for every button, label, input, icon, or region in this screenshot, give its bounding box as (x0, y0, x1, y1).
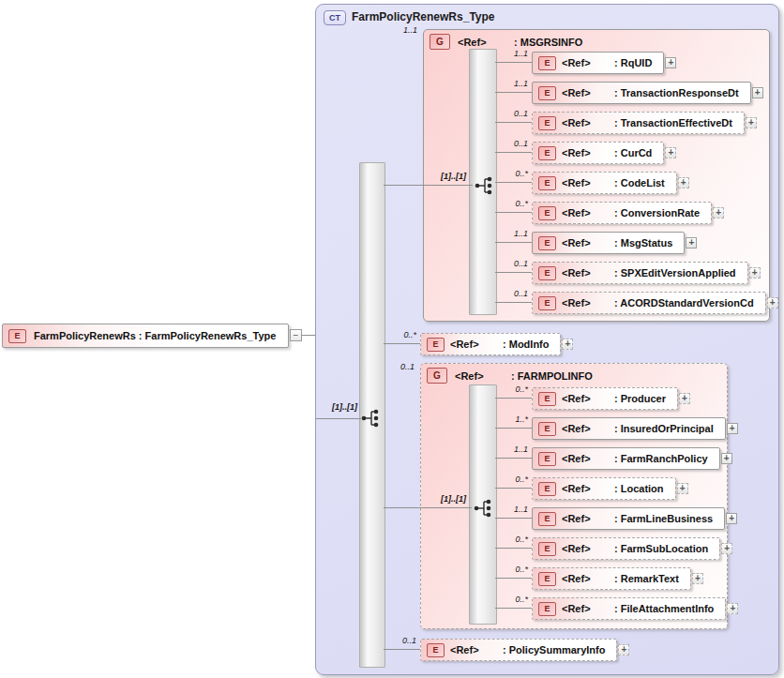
group-farmpolinfo: G <Ref> : FARMPOLINFO 0..* E < (420, 363, 728, 629)
element-box-transactionresponsedt[interactable]: E <Ref> : TransactionResponseDt + (532, 82, 751, 104)
expand-icon[interactable]: + (727, 423, 738, 434)
element-row: 1..1 E <Ref> : TransactionResponseDt + (532, 82, 751, 104)
cardinality-label: 0..1 (485, 289, 528, 298)
element-badge: E (538, 482, 556, 496)
expand-icon[interactable]: + (746, 117, 757, 128)
connector-line (495, 548, 532, 549)
element-box-remarktext[interactable]: E <Ref> : RemarkText + (532, 567, 691, 590)
element-box-acordstandardversioncd[interactable]: E <Ref> : ACORDStandardVersionCd + (532, 292, 766, 314)
cardinality-label: 0..1 (485, 139, 528, 148)
element-row: 1..1 E <Ref> : RqUID + (532, 52, 664, 74)
element-name: : RemarkText (614, 573, 679, 584)
expand-icon[interactable]: + (692, 573, 703, 584)
expand-icon[interactable]: + (726, 513, 737, 524)
element-name: : TransactionEffectiveDt (614, 117, 732, 128)
expand-icon[interactable]: + (767, 297, 778, 309)
element-box-transactioneffectivedt[interactable]: E <Ref> : TransactionEffectiveDt + (532, 112, 745, 134)
element-row: 0..1 E <Ref> : SPXEditVersionApplied + (532, 262, 748, 284)
cardinality-label: 1..1 (485, 49, 528, 58)
element-name: : ACORDStandardVersionCd (614, 297, 754, 309)
connector-line (495, 92, 532, 93)
expand-icon[interactable]: + (713, 207, 724, 218)
expand-icon[interactable]: + (678, 177, 689, 188)
expand-icon[interactable]: + (721, 543, 732, 554)
element-row: 0..* E <Ref> : FarmSubLocation + (532, 537, 720, 560)
root-element-row: E FarmPolicyRenewRs : FarmPolicyRenewRs_… (2, 324, 289, 348)
expand-icon[interactable]: + (721, 453, 732, 464)
expand-icon[interactable]: + (562, 339, 573, 350)
complex-type-container: CT FarmPolicyRenewRs_Type G <Ref> : MSGR… (315, 4, 779, 675)
connector-line (495, 398, 532, 399)
model-occurs-label: [1]..[1] (419, 172, 466, 181)
sequence-compositor-icon[interactable] (473, 499, 495, 518)
cardinality-label: 0..* (485, 384, 528, 394)
element-box-msgstatus[interactable]: E <Ref> : MsgStatus + (532, 232, 685, 254)
element-box-conversionrate[interactable]: E <Ref> : ConversionRate + (532, 202, 712, 224)
element-badge: E (538, 602, 556, 616)
connector-line (495, 62, 532, 63)
ref-label: <Ref> (562, 423, 614, 434)
expand-icon[interactable]: + (677, 483, 688, 494)
sequence-compositor-icon[interactable] (360, 409, 383, 428)
expand-icon[interactable]: + (679, 393, 690, 404)
element-box-insuredorprincipal[interactable]: E <Ref> : InsuredOrPrincipal + (532, 417, 726, 440)
ref-label: <Ref> (455, 370, 511, 382)
element-box-farmlinebusiness[interactable]: E <Ref> : FarmLineBusiness + (532, 507, 725, 530)
group-header[interactable]: G <Ref> : MSGRSINFO (430, 34, 582, 50)
cardinality-label: 0..1 (371, 362, 415, 371)
element-box-rquid[interactable]: E <Ref> : RqUID + (532, 52, 664, 74)
connector-line (302, 335, 315, 336)
element-row: 0..* E <Ref> : RemarkText + (532, 567, 691, 590)
connector-line (495, 578, 532, 579)
element-row: 1..1 E <Ref> : FarmLineBusiness + (532, 507, 725, 530)
cardinality-label: 0..1 (485, 109, 528, 118)
cardinality-label: 1..1 (374, 25, 417, 35)
group-header[interactable]: G <Ref> : FARMPOLINFO (427, 368, 593, 384)
element-box-codelist[interactable]: E <Ref> : CodeList + (532, 172, 677, 194)
element-box-curcd[interactable]: E <Ref> : CurCd + (532, 142, 664, 164)
collapse-icon[interactable]: − (290, 329, 302, 341)
connector-line (495, 608, 532, 609)
element-box-policysummaryinfo[interactable]: E <Ref> : PolicySummaryInfo + (420, 639, 617, 661)
element-name: : FarmRanchPolicy (614, 453, 708, 464)
element-box-fileattachmentinfo[interactable]: E <Ref> : FileAttachmentInfo + (532, 597, 726, 620)
element-box-producer[interactable]: E <Ref> : Producer + (532, 387, 678, 410)
element-box-farmranchpolicy[interactable]: E <Ref> : FarmRanchPolicy + (532, 447, 720, 470)
root-element-box[interactable]: E FarmPolicyRenewRs : FarmPolicyRenewRs_… (2, 324, 289, 348)
cardinality-label: 0..* (485, 475, 528, 484)
connector-line (384, 185, 473, 186)
expand-icon[interactable]: + (727, 603, 738, 614)
model-occurs-label: [1]..[1] (419, 494, 466, 504)
group-name: : FARMPOLINFO (511, 370, 593, 382)
element-box-spxeditversionapplied[interactable]: E <Ref> : SPXEditVersionApplied + (532, 262, 748, 284)
element-badge: E (538, 176, 556, 190)
element-name: : SPXEditVersionApplied (614, 267, 736, 279)
complex-type-title: FarmPolicyRenewRs_Type (352, 10, 495, 23)
expand-icon[interactable]: + (618, 644, 629, 655)
sequence-compositor-icon[interactable] (474, 176, 496, 195)
element-box-modinfo[interactable]: E <Ref> : ModInfo + (420, 333, 561, 355)
element-box-location[interactable]: E <Ref> : Location + (532, 477, 676, 500)
element-row: 0..* E <Ref> : ConversionRate + (532, 202, 712, 224)
expand-icon[interactable]: + (749, 267, 761, 279)
expand-icon[interactable]: + (665, 147, 676, 158)
connector-line (495, 518, 532, 519)
expand-icon[interactable]: + (665, 57, 676, 68)
group-badge: G (430, 34, 450, 50)
element-name: : RqUID (614, 57, 652, 68)
element-row: 1..1 E <Ref> : MsgStatus + (532, 232, 685, 254)
connector-line (384, 343, 420, 344)
cardinality-label: 0..1 (373, 636, 416, 645)
expand-icon[interactable]: + (686, 237, 697, 249)
expand-icon[interactable]: + (752, 87, 763, 98)
element-name: : Location (614, 483, 664, 494)
element-badge: E (8, 329, 26, 343)
element-row: 0..1 E <Ref> : PolicySummaryInfo + (420, 639, 617, 661)
element-box-farmsublocation[interactable]: E <Ref> : FarmSubLocation + (532, 537, 720, 560)
schema-diagram: E FarmPolicyRenewRs : FarmPolicyRenewRs_… (0, 0, 784, 678)
ref-label: <Ref> (562, 117, 614, 128)
connector-line (495, 122, 532, 123)
element-row: 0..* E <Ref> : FileAttachmentInfo + (532, 597, 726, 620)
element-row: 0..* E <Ref> : CodeList + (532, 172, 677, 194)
connector-line (316, 418, 361, 419)
